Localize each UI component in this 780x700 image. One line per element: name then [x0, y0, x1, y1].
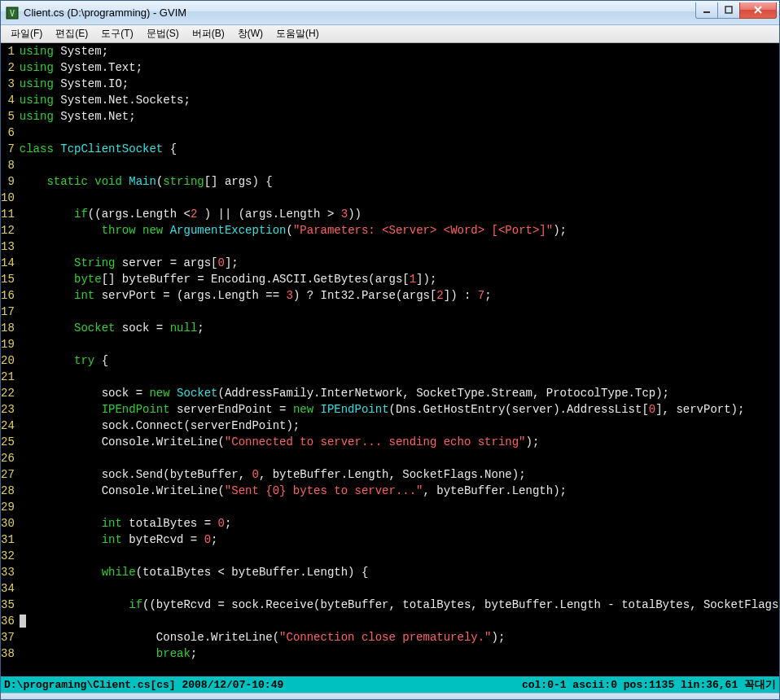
code-line[interactable]: int totalBytes = 0; — [20, 515, 779, 532]
token-op: ; — [191, 647, 197, 660]
token-number: 7 — [478, 289, 484, 302]
token-number: 3 — [341, 208, 348, 221]
token-string: "Parameters: <Server> <Word> [<Port>]" — [293, 224, 553, 237]
svg-text:V: V — [10, 9, 15, 18]
code-line[interactable]: using System.Net; — [20, 108, 779, 125]
token-op — [170, 387, 177, 400]
code-line[interactable]: sock = new Socket(AddressFamily.InterNet… — [20, 385, 779, 401]
token-op — [54, 61, 60, 74]
code-line[interactable]: break; — [20, 645, 779, 662]
token-class: ArgumentException — [170, 224, 287, 237]
token-keyword: if — [129, 598, 142, 611]
token-number: 1 — [410, 273, 416, 286]
token-op: ], servPort); — [655, 403, 744, 416]
code-line[interactable]: Console.WriteLine("Connection close prem… — [20, 629, 779, 645]
code-line[interactable]: int byteRcvd = 0; — [20, 532, 779, 548]
line-number: 8 — [1, 157, 15, 173]
code-line[interactable]: IPEndPoint serverEndPoint = new IPEndPoi… — [20, 401, 779, 418]
token-op: byteRcvd = — [122, 533, 204, 546]
line-number: 30 — [1, 515, 15, 532]
code-line[interactable] — [20, 369, 779, 385]
line-number: 33 — [1, 564, 15, 580]
token-op: ; — [225, 517, 231, 530]
token-op: Console.WriteLine( — [20, 631, 279, 644]
code-line[interactable] — [20, 548, 779, 564]
menu-item-h[interactable]: 도움말(H) — [269, 25, 326, 42]
token-ident: System.Text — [60, 61, 135, 74]
code-content[interactable]: using System;using System.Text;using Sys… — [20, 43, 779, 676]
token-op — [54, 77, 60, 90]
token-op: ); — [526, 435, 540, 448]
window-buttons — [696, 2, 777, 19]
code-line[interactable]: using System.IO; — [20, 76, 779, 92]
editor-area[interactable]: 1234567891011121314151617181920212223242… — [1, 43, 779, 676]
code-line[interactable]: using System.Text; — [20, 59, 779, 76]
close-button[interactable] — [739, 2, 777, 19]
token-class: TcpClientSocket — [60, 142, 163, 155]
token-op: ]; — [225, 256, 239, 269]
code-line[interactable]: int servPort = (args.Length == 3) ? Int3… — [20, 287, 779, 304]
code-line[interactable] — [20, 190, 779, 206]
token-op — [122, 175, 129, 188]
line-number: 16 — [1, 287, 15, 304]
line-number: 11 — [1, 206, 15, 222]
code-line[interactable]: class TcpClientSocket { — [20, 141, 779, 157]
line-number: 28 — [1, 483, 15, 499]
line-number: 38 — [1, 645, 15, 662]
code-line[interactable]: throw new ArgumentException("Parameters:… — [20, 222, 779, 238]
title-bar[interactable]: V Client.cs (D:\programming) - GVIM — [1, 1, 779, 25]
code-line[interactable] — [20, 450, 779, 466]
menu-item-t[interactable]: 도구(T) — [94, 25, 139, 42]
line-number: 24 — [1, 418, 15, 434]
token-op: (Dns.GetHostEntry(server).AddressList[ — [389, 403, 649, 416]
line-number: 3 — [1, 76, 15, 92]
menu-item-s[interactable]: 문법(S) — [140, 25, 186, 42]
code-line[interactable]: String server = args[0]; — [20, 255, 779, 271]
line-number: 22 — [1, 385, 15, 401]
token-keyword: if — [74, 208, 88, 221]
menu-item-b[interactable]: 버퍼(B) — [186, 25, 231, 42]
code-line[interactable]: using System.Net.Sockets; — [20, 92, 779, 108]
code-line[interactable] — [20, 125, 779, 141]
token-op — [20, 647, 156, 660]
line-number: 15 — [1, 271, 15, 287]
code-line[interactable]: Console.WriteLine("Sent {0} bytes to ser… — [20, 483, 779, 499]
token-op: sock = — [115, 322, 169, 335]
token-keyword: using — [20, 61, 54, 74]
code-line[interactable] — [20, 613, 779, 629]
code-line[interactable] — [20, 580, 779, 597]
token-op — [54, 45, 60, 58]
token-op — [54, 110, 60, 123]
code-line[interactable]: Socket sock = null; — [20, 320, 779, 336]
code-line[interactable] — [20, 304, 779, 320]
code-line[interactable]: Console.WriteLine("Connected to server..… — [20, 434, 779, 450]
menu-item-w[interactable]: 창(W) — [231, 25, 269, 42]
code-line[interactable]: while(totalBytes < byteBuffer.Length) { — [20, 564, 779, 580]
menu-item-f[interactable]: 파일(F) — [4, 25, 49, 42]
line-number: 21 — [1, 369, 15, 385]
code-line[interactable]: static void Main(string[] args) { — [20, 173, 779, 190]
code-line[interactable]: if((args.Length <2 ) || (args.Length > 3… — [20, 206, 779, 222]
code-line[interactable]: if((byteRcvd = sock.Receive(byteBuffer, … — [20, 597, 779, 613]
code-line[interactable] — [20, 238, 779, 255]
code-line[interactable]: sock.Connect(serverEndPoint); — [20, 418, 779, 434]
code-line[interactable]: sock.Send(byteBuffer, 0, byteBuffer.Leng… — [20, 466, 779, 483]
token-op: ) || (args.Length > — [197, 208, 340, 221]
code-line[interactable]: try { — [20, 352, 779, 369]
token-type: Socket — [74, 322, 115, 335]
token-op — [20, 533, 102, 546]
code-line[interactable]: byte[] byteBuffer = Encoding.ASCII.GetBy… — [20, 271, 779, 287]
code-line[interactable] — [20, 336, 779, 352]
code-line[interactable] — [20, 157, 779, 173]
code-line[interactable] — [20, 499, 779, 515]
token-number: 0 — [217, 256, 224, 269]
token-op: ; — [136, 61, 142, 74]
line-number: 18 — [1, 320, 15, 336]
maximize-button[interactable] — [717, 2, 740, 19]
menu-item-e[interactable]: 편집(E) — [49, 25, 94, 42]
minimize-button[interactable] — [695, 2, 718, 19]
code-line[interactable]: using System; — [20, 43, 779, 59]
token-op — [136, 224, 142, 237]
line-number: 34 — [1, 580, 15, 597]
line-number: 12 — [1, 222, 15, 238]
